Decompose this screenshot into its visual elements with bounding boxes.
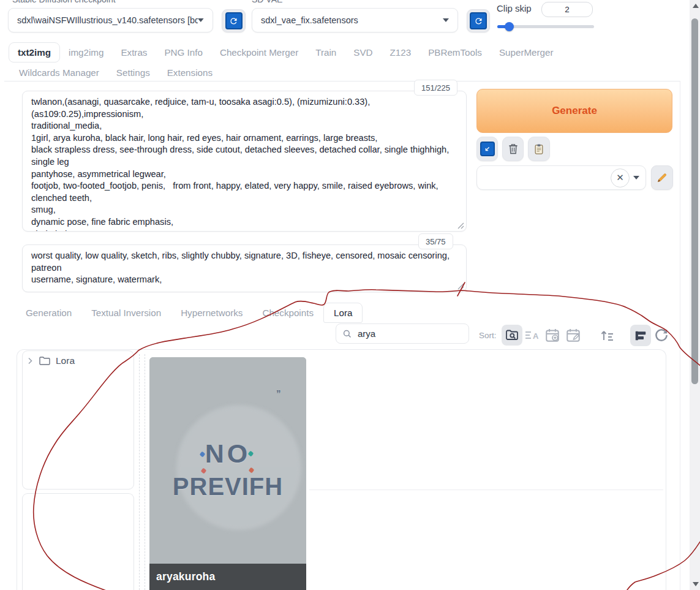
clip-skip-label: Clip skip xyxy=(497,3,532,13)
decoration-mark: ” xyxy=(276,388,281,398)
refresh-icon xyxy=(470,12,487,29)
search-icon xyxy=(343,330,352,338)
prompt-box: twlanon,(asanagi, quasarcake, redjuice, … xyxy=(22,91,467,232)
extra-networks-tab-row: Generation Textual Inversion Hypernetwor… xyxy=(16,303,363,323)
main-tab-row-1: txt2img img2img Extras PNG Info Checkpoi… xyxy=(9,42,562,62)
cards-row-divider xyxy=(309,490,663,490)
clear-styles-icon[interactable]: ✕ xyxy=(611,168,630,187)
svg-text:A: A xyxy=(533,331,539,341)
tab-generation[interactable]: Generation xyxy=(16,303,81,323)
trash-icon xyxy=(507,143,519,155)
generate-button[interactable]: Generate xyxy=(476,89,672,133)
vae-label: SD VAE xyxy=(252,0,301,6)
checkpoint-label: Stable Diffusion checkpoint xyxy=(12,0,147,6)
clear-prompt-button[interactable] xyxy=(502,137,524,161)
lora-tree-panel xyxy=(22,350,134,490)
prompt-token-counter: 151/225 xyxy=(414,80,457,96)
edit-styles-button[interactable] xyxy=(651,165,673,190)
scrollbar-thumb[interactable] xyxy=(691,18,698,384)
tab-svd[interactable]: SVD xyxy=(345,42,381,62)
arrow-up-lines-icon xyxy=(599,328,615,343)
negative-prompt-box: worst quality, low quality, sketch, ribs… xyxy=(22,244,467,292)
tab-textual-inversion[interactable]: Textual Inversion xyxy=(81,303,171,323)
clip-skip-number-input[interactable] xyxy=(541,2,593,17)
tab-checkpoints[interactable]: Checkpoints xyxy=(252,303,323,323)
search-input[interactable] xyxy=(356,328,457,339)
tab-train[interactable]: Train xyxy=(307,42,345,62)
checkpoint-value: sdxl\waiNSFWIllustrious_v140.safetensors… xyxy=(17,15,198,25)
folder-search-icon xyxy=(505,328,519,342)
main-tab-row-2: Wildcards Manager Settings Extensions xyxy=(10,62,221,83)
tab-png-info[interactable]: PNG Info xyxy=(156,42,211,62)
tab-z123[interactable]: Z123 xyxy=(382,42,420,62)
pane-divider[interactable] xyxy=(139,354,140,590)
tree-item-lora-folder[interactable]: Lora xyxy=(27,355,75,366)
sort-date-modified-button[interactable] xyxy=(564,327,582,344)
chevron-down-icon[interactable] xyxy=(633,176,639,180)
sort-date-created-button[interactable] xyxy=(543,327,562,344)
clip-skip-slider-handle[interactable] xyxy=(505,22,514,31)
tab-extensions[interactable]: Extensions xyxy=(159,62,221,83)
pane-divider[interactable] xyxy=(145,354,145,590)
tab-wildcards-manager[interactable]: Wildcards Manager xyxy=(10,62,108,83)
tab-txt2img[interactable]: txt2img xyxy=(9,42,60,62)
vae-value: sdxl_vae_fix.safetensors xyxy=(261,15,358,25)
chevron-right-icon[interactable] xyxy=(27,357,34,365)
tab-checkpoint-merger[interactable]: Checkpoint Merger xyxy=(211,42,307,62)
refresh-icon xyxy=(653,327,669,343)
arrow-down-left-icon xyxy=(480,142,495,156)
refresh-vae-button[interactable] xyxy=(467,9,490,32)
refresh-extra-networks-button[interactable] xyxy=(652,326,671,344)
tab-settings[interactable]: Settings xyxy=(108,62,159,83)
apply-styles-button[interactable] xyxy=(528,137,550,161)
tab-pbremtools[interactable]: PBRemTools xyxy=(420,42,491,62)
no-preview-text-line2: PREVIFH xyxy=(149,473,306,501)
sort-alpha-icon: A xyxy=(524,328,540,342)
negative-prompt-textarea[interactable]: worst quality, low quality, sketch, ribs… xyxy=(23,245,466,292)
sort-label: Sort: xyxy=(479,331,497,340)
tab-extras[interactable]: Extras xyxy=(112,42,156,62)
tree-view-icon xyxy=(634,329,647,342)
calendar-edit-icon xyxy=(565,327,581,343)
refresh-icon xyxy=(225,12,243,29)
sort-direction-button[interactable] xyxy=(598,328,616,344)
no-preview-text-line1: NO xyxy=(149,439,306,469)
chevron-down-icon xyxy=(198,18,204,22)
scroll-down-arrow-icon[interactable] xyxy=(693,582,699,586)
lora-card-aryakuroha[interactable]: NO PREVIFH ” aryakuroha xyxy=(149,357,306,590)
clipboard-icon xyxy=(533,143,545,156)
paste-params-button[interactable] xyxy=(476,137,498,161)
calendar-plus-icon xyxy=(544,327,560,343)
tabs-divider xyxy=(4,81,680,81)
tab-lora[interactable]: Lora xyxy=(323,303,363,323)
scroll-up-arrow-icon[interactable] xyxy=(693,4,699,8)
resize-handle-icon[interactable] xyxy=(457,283,464,290)
lora-tree-panel-lower xyxy=(22,493,134,590)
extra-networks-search[interactable] xyxy=(336,323,469,344)
no-preview-image: NO PREVIFH ” xyxy=(149,357,306,564)
pencil-icon xyxy=(656,172,668,184)
prompt-textarea[interactable]: twlanon,(asanagi, quasarcake, redjuice, … xyxy=(23,91,466,231)
tab-img2img[interactable]: img2img xyxy=(60,42,112,62)
refresh-checkpoint-button[interactable] xyxy=(222,9,246,32)
chevron-down-icon xyxy=(443,18,449,22)
folder-icon xyxy=(39,357,50,365)
sort-alphabetical-button[interactable]: A xyxy=(524,327,541,343)
content-right-border xyxy=(680,81,680,590)
negative-token-counter: 35/75 xyxy=(418,233,453,249)
sd-webui-page: Stable Diffusion checkpoint sdxl\waiNSFW… xyxy=(0,0,700,590)
sort-by-path-button[interactable] xyxy=(502,325,522,346)
checkpoint-dropdown[interactable]: sdxl\waiNSFWIllustrious_v140.safetensors… xyxy=(8,8,213,32)
tree-folder-label: Lora xyxy=(56,355,75,366)
styles-dropdown[interactable]: ✕ xyxy=(476,165,646,190)
vae-dropdown[interactable]: sdxl_vae_fix.safetensors xyxy=(252,8,458,32)
card-title: aryakuroha xyxy=(149,564,306,590)
resize-handle-icon[interactable] xyxy=(457,222,464,229)
tree-view-toggle-button[interactable] xyxy=(630,325,651,346)
tab-supermerger[interactable]: SuperMerger xyxy=(491,42,562,62)
tab-hypernetworks[interactable]: Hypernetworks xyxy=(171,303,252,323)
